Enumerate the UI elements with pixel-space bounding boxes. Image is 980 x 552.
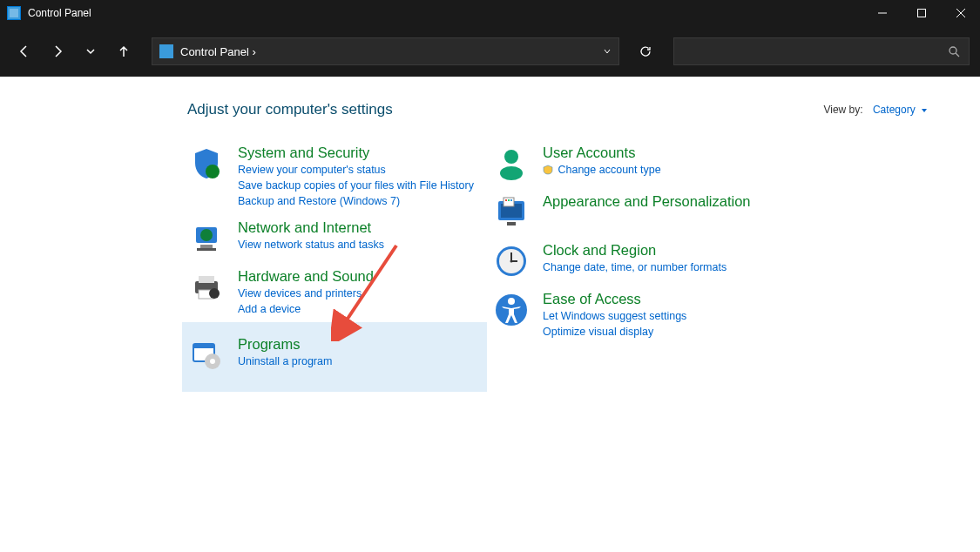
breadcrumb[interactable]: Control Panel › [180, 45, 596, 58]
up-button[interactable] [110, 37, 138, 65]
category-title[interactable]: User Accounts [543, 145, 661, 161]
category-link[interactable]: Review your computer's status [238, 162, 474, 178]
svg-rect-13 [197, 248, 216, 251]
app-icon [7, 6, 21, 20]
category-link[interactable]: Uninstall a program [238, 353, 332, 369]
svg-rect-19 [193, 344, 214, 348]
category-link[interactable]: Change date, time, or number formats [543, 259, 727, 275]
category-clock-region: Clock and Region Change date, time, or n… [492, 237, 797, 286]
category-link[interactable]: View network status and tasks [238, 237, 384, 252]
address-bar[interactable]: Control Panel › [152, 37, 619, 65]
svg-point-9 [206, 165, 220, 178]
programs-icon [187, 336, 226, 374]
link-text: Change account type [558, 164, 660, 176]
svg-rect-6 [159, 44, 173, 58]
svg-rect-28 [508, 199, 510, 201]
category-link[interactable]: Let Windows suggest settings [543, 308, 686, 324]
address-dropdown-icon[interactable] [603, 47, 612, 56]
address-icon [159, 44, 173, 58]
toolbar: Control Panel › [0, 26, 980, 77]
category-link[interactable]: Save backup copies of your files with Fi… [238, 178, 474, 193]
maximize-button[interactable] [902, 0, 941, 26]
left-column: System and Security Review your computer… [187, 139, 492, 392]
svg-rect-3 [917, 10, 925, 17]
svg-rect-12 [200, 245, 213, 248]
viewby-dropdown[interactable]: Category [873, 104, 928, 116]
globe-icon [187, 219, 226, 258]
category-link[interactable]: View devices and printers [238, 286, 374, 301]
back-button[interactable] [10, 37, 38, 65]
svg-point-17 [209, 288, 220, 299]
search-input[interactable] [673, 37, 970, 65]
close-button[interactable] [941, 0, 980, 26]
svg-rect-29 [510, 199, 512, 201]
category-user-accounts: User Accounts Change account type [492, 139, 797, 188]
viewby-label: View by: [823, 104, 862, 116]
svg-point-11 [200, 229, 213, 241]
svg-point-37 [508, 298, 515, 305]
category-ease-of-access: Ease of Access Let Windows suggest setti… [492, 286, 797, 345]
category-programs[interactable]: Programs Uninstall a program [182, 322, 487, 392]
category-network: Network and Internet View network status… [187, 214, 492, 263]
svg-rect-26 [504, 198, 514, 206]
category-hardware: Hardware and Sound View devices and prin… [187, 263, 492, 322]
category-title[interactable]: Appearance and Personalization [543, 193, 751, 210]
printer-icon [187, 268, 226, 306]
svg-rect-30 [507, 222, 516, 226]
shield-icon [187, 145, 226, 183]
page-heading: Adjust your computer's settings [187, 101, 393, 118]
category-title[interactable]: Hardware and Sound [238, 268, 374, 285]
svg-point-21 [210, 359, 215, 364]
category-link[interactable]: Change account type [543, 162, 661, 178]
right-column: User Accounts Change account type Appear… [492, 139, 797, 392]
category-title[interactable]: Ease of Access [543, 291, 686, 307]
svg-point-23 [500, 166, 523, 180]
svg-point-22 [504, 150, 518, 164]
viewby-control: View by: Category [823, 104, 928, 116]
user-icon [492, 145, 531, 183]
monitor-icon [492, 193, 531, 232]
category-link[interactable]: Optimize visual display [543, 324, 686, 340]
minimize-button[interactable] [862, 0, 902, 26]
category-title[interactable]: Network and Internet [238, 219, 384, 236]
search-icon [948, 45, 960, 57]
category-title[interactable]: Clock and Region [543, 242, 727, 259]
forward-button[interactable] [44, 37, 71, 65]
content-area: Adjust your computer's settings View by:… [0, 77, 980, 552]
svg-rect-1 [10, 9, 18, 17]
clock-icon [492, 242, 531, 280]
refresh-button[interactable] [630, 37, 661, 65]
category-link[interactable]: Backup and Restore (Windows 7) [238, 193, 474, 209]
category-system-security: System and Security Review your computer… [187, 139, 492, 214]
titlebar: Control Panel [0, 0, 980, 26]
history-dropdown[interactable] [77, 37, 105, 65]
category-appearance: Appearance and Personalization [492, 188, 797, 237]
accessibility-icon [492, 291, 531, 329]
viewby-value: Category [873, 104, 916, 116]
svg-point-35 [510, 260, 513, 263]
svg-point-7 [950, 47, 956, 54]
category-title[interactable]: Programs [238, 336, 332, 353]
category-link[interactable]: Add a device [238, 301, 374, 317]
category-title[interactable]: System and Security [238, 145, 474, 161]
svg-rect-15 [199, 276, 214, 283]
svg-line-8 [956, 53, 959, 57]
svg-rect-27 [505, 199, 507, 201]
window-title: Control Panel [28, 7, 91, 19]
